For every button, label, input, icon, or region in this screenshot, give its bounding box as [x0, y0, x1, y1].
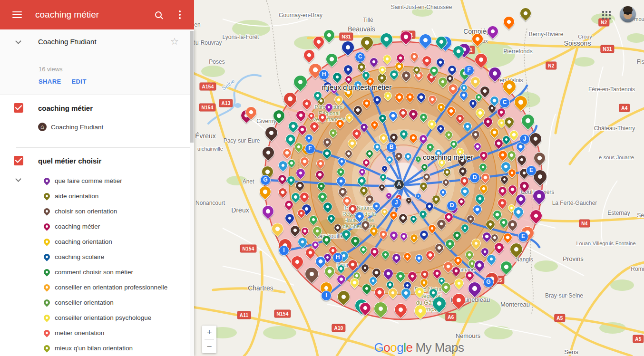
item-label: conseiller orientation psychologue: [55, 314, 151, 321]
account-avatar[interactable]: [620, 6, 636, 22]
list-item[interactable]: comment choisir son métier: [0, 264, 194, 279]
item-label: coaching métier: [55, 223, 100, 230]
map-city-label: e-du-Rouvray: [194, 39, 222, 46]
google-logo: Google: [374, 340, 413, 355]
road-badge: N2: [598, 19, 609, 27]
map-city-label: Nemours: [456, 332, 481, 339]
route-waypoint-H[interactable]: H: [319, 69, 329, 80]
route-waypoint-D[interactable]: D: [469, 173, 480, 183]
sidebar-scrollbar-thumb[interactable]: [190, 31, 194, 143]
road-badge: N4: [579, 220, 590, 228]
route-waypoint-E[interactable]: E: [518, 231, 528, 242]
list-item[interactable]: metier orientation: [0, 325, 194, 340]
road-badge: A154: [199, 83, 216, 91]
map-city-label: Bray-sur-Seine: [545, 292, 583, 299]
list-item[interactable]: coaching scolaire: [0, 249, 194, 264]
map-city-label: Louan-Villegruis-Fontaine: [576, 241, 635, 246]
list-item[interactable]: coaching métier: [0, 219, 194, 234]
route-waypoint-H[interactable]: H: [332, 252, 343, 263]
map-city-label: Tillé: [363, 17, 373, 23]
pin-icon: [42, 268, 51, 276]
pin-icon: [42, 176, 51, 185]
map-city-label: La Ferté-Gaucher: [552, 200, 597, 206]
route-waypoint-E[interactable]: E: [526, 165, 537, 176]
road-badge: N2: [546, 62, 556, 70]
map-canvas[interactable]: ene-du-RouvrayPosesLyons-la-ForêtGournay…: [194, 0, 644, 356]
route-waypoint-D[interactable]: D: [447, 201, 457, 211]
route-waypoint-J[interactable]: J: [519, 134, 530, 144]
layer-title-1[interactable]: coaching métier: [38, 104, 93, 112]
road-badge: N154: [199, 104, 215, 112]
road-badge: A13: [219, 99, 233, 107]
list-item[interactable]: que faire comme métier: [0, 173, 194, 188]
search-icon[interactable]: [155, 11, 162, 18]
map-city-label: en: [194, 21, 200, 28]
map-city-label: Poses: [209, 58, 224, 65]
list-item[interactable]: mieux q'un bilan orientation: [0, 340, 194, 356]
road-badge: A10: [332, 324, 345, 332]
map-city-label: Nonancourt: [195, 200, 225, 206]
home-icon: [38, 123, 47, 131]
route-waypoint-I[interactable]: I: [279, 245, 289, 256]
page-title: coaching métier: [35, 10, 155, 20]
menu-icon[interactable]: [12, 11, 22, 18]
list-item[interactable]: coaching orientation: [0, 234, 194, 249]
list-item[interactable]: conseiller orientation: [0, 295, 194, 310]
layer-title-2[interactable]: quel métier choisir: [38, 157, 101, 165]
road-badge: A5: [554, 314, 565, 322]
road-badge: N154: [274, 310, 291, 318]
map-city-label: Sézanne: [637, 212, 644, 219]
route-waypoint-C[interactable]: C: [499, 97, 510, 108]
edit-button[interactable]: EDIT: [72, 78, 87, 85]
route-waypoint-I[interactable]: I: [321, 290, 332, 301]
map-city-label: Fismes: [637, 58, 644, 65]
pin-icon: [42, 252, 51, 261]
list-item[interactable]: conseiller en orientation professionnell…: [0, 279, 194, 295]
apps-grid-icon[interactable]: [602, 11, 611, 19]
map-city-label: Saint-Just-en-Chaussée: [391, 4, 452, 10]
pin-icon: [42, 237, 51, 246]
layer-checkbox-quel-metier[interactable]: [14, 156, 23, 165]
layer-checkbox-coaching-metier[interactable]: [14, 103, 23, 113]
zoom-out-button[interactable]: −: [202, 340, 216, 354]
app-header: coaching métier: [0, 0, 194, 29]
map-city-label: Pierrefonds: [503, 48, 532, 55]
pin-icon: [42, 207, 51, 215]
item-label: mieux q'un bilan orientation: [55, 345, 133, 352]
pin-icon: [42, 344, 51, 352]
custom-map-label: coaching métier: [423, 153, 473, 161]
zoom-in-button[interactable]: +: [202, 326, 216, 339]
route-waypoint-F[interactable]: F: [305, 144, 315, 154]
map-title: Coaching Etudiant: [38, 38, 97, 46]
map-city-label: Gournay-en-Bray: [279, 12, 322, 19]
route-waypoint-G[interactable]: G: [260, 175, 271, 185]
list-item-coaching-etudiant[interactable]: Coaching Etudiant: [38, 123, 103, 131]
map-city-label: Lyons-la-Forêt: [223, 34, 259, 40]
views-count: 16 views: [39, 66, 63, 73]
overflow-menu-icon[interactable]: [178, 10, 182, 20]
list-item[interactable]: choisir son orientation: [0, 203, 194, 219]
star-icon[interactable]: ☆: [170, 36, 179, 47]
pin-icon: [42, 298, 51, 307]
zoom-control: + −: [202, 326, 216, 353]
route-waypoint-C[interactable]: C: [355, 52, 365, 62]
map-city-label: Soissons: [564, 39, 591, 47]
share-button[interactable]: SHARE: [39, 78, 61, 85]
road-badge: N154: [240, 245, 256, 253]
list-item[interactable]: conseiller orientation psychologue: [0, 310, 194, 325]
item-label: que faire comme métier: [55, 177, 122, 184]
map-city-label: Berny-Rivière: [529, 31, 564, 38]
map-city-label: Beauvais: [348, 25, 375, 33]
route-waypoint-A[interactable]: A: [394, 179, 404, 190]
collapse-chevron-icon[interactable]: [15, 38, 21, 44]
route-waypoint-F[interactable]: F: [464, 65, 474, 76]
sidebar-scrollbar: [190, 29, 194, 356]
route-waypoint-J[interactable]: J: [391, 198, 401, 208]
pin-icon: [42, 328, 51, 337]
pin-icon: [42, 222, 51, 231]
list-item[interactable]: aide orientation: [0, 188, 194, 203]
map-city-label: uichainville: [197, 146, 223, 152]
route-waypoint-B[interactable]: B: [386, 142, 397, 153]
map-city-label: Crouy: [578, 34, 592, 39]
route-waypoint-G[interactable]: G: [483, 277, 494, 288]
